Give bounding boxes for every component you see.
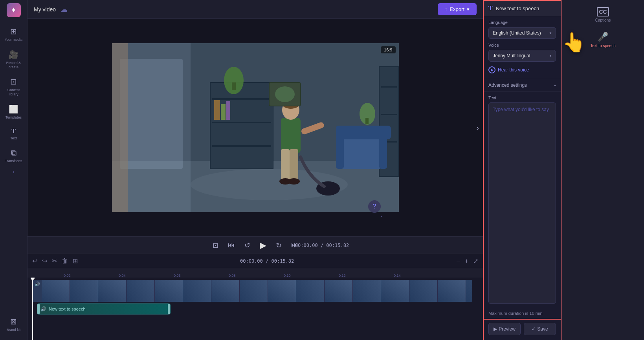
timeline-tracks: 🔊 — [28, 278, 483, 340]
cursor-hand: 👆 — [562, 31, 586, 53]
ruler-mark-10: 0:10 — [284, 274, 291, 278]
expand-sidebar-button[interactable]: › — [11, 168, 16, 176]
svg-rect-21 — [336, 126, 391, 139]
audio-track-handle-right[interactable] — [168, 304, 170, 314]
svg-rect-4 — [212, 98, 271, 100]
collapse-panel-button[interactable]: ˅ — [380, 215, 383, 221]
captions-panel-item[interactable]: CC Captions — [587, 3, 619, 26]
undo-button[interactable]: ↩ — [32, 257, 37, 265]
save-version-button[interactable]: ⊞ — [73, 257, 78, 265]
sidebar-item-label: Record & create — [4, 61, 24, 69]
sidebar-item-text[interactable]: T Text — [2, 124, 26, 144]
save-label: Save — [537, 326, 548, 332]
language-section: Language English (United States) — [484, 16, 561, 43]
sidebar-item-record-create[interactable]: 🎥 Record & create — [2, 47, 26, 73]
content-library-icon: ⊡ — [10, 77, 17, 86]
audio-track-label: New text to speech — [49, 307, 86, 311]
audio-track[interactable]: 🔊 New text to speech — [37, 303, 171, 314]
voice-select-wrapper: Jenny Multilingual — [488, 50, 556, 62]
track-thumb-14 — [409, 280, 438, 302]
svg-rect-23 — [281, 118, 301, 153]
play-button[interactable]: ▶ — [260, 240, 266, 250]
playback-controls: ⊡ ⏮ ↺ ▶ ↻ ⏭ ⛶ 00:00.00 / 00:15.82 — [28, 236, 483, 254]
delete-button[interactable]: 🗑 — [62, 258, 68, 265]
help-button[interactable]: ? — [368, 200, 381, 213]
svg-rect-15 — [232, 82, 236, 90]
sidebar-item-your-media[interactable]: ⊞ Your media — [2, 24, 26, 45]
voice-label: Voice — [488, 43, 556, 48]
timeline-ruler: 0:02 0:04 0:06 0:08 0:10 0:12 0:14 — [28, 268, 483, 278]
app-logo: ✦ — [7, 3, 21, 17]
sidebar-item-transitions[interactable]: ⧉ Transitions — [2, 145, 26, 166]
svg-rect-17 — [365, 118, 369, 124]
svg-rect-5 — [212, 122, 271, 123]
advanced-settings-label: Advanced settings — [488, 82, 527, 88]
sidebar-item-label: Your media — [5, 38, 22, 42]
video-nav-right-button[interactable]: › — [476, 123, 479, 132]
hear-voice-button[interactable]: ▶ Hear this voice — [488, 65, 529, 75]
sidebar-item-label: Brand kit — [7, 328, 21, 332]
preview-button[interactable]: ▶ Preview — [488, 323, 521, 335]
timeline-time-display: 00:00.00 / 00:15.82 — [83, 258, 451, 264]
rewind-button[interactable]: ↺ — [244, 241, 250, 250]
expand-timeline-button[interactable]: ⤢ — [473, 257, 478, 265]
advanced-settings-chevron-icon: ▾ — [554, 83, 556, 88]
brand-kit-icon: ⊠ — [10, 317, 17, 326]
right-panel: CC Captions 🎤 Text to speech 👆 — [561, 0, 644, 340]
track-thumb-3 — [98, 280, 127, 302]
camera-icon-button[interactable]: ⊡ — [213, 241, 218, 250]
zoom-out-button[interactable]: − — [456, 258, 460, 265]
text-icon: T — [11, 128, 16, 135]
tts-header-title: New text to speech — [496, 5, 539, 11]
voice-select[interactable]: Jenny Multilingual — [488, 50, 556, 62]
track-thumb-6 — [183, 280, 211, 302]
track-thumb-13 — [381, 280, 409, 302]
text-label: Text — [488, 95, 556, 100]
your-media-icon: ⊞ — [10, 27, 17, 36]
advanced-settings-row[interactable]: Advanced settings ▾ — [484, 79, 561, 91]
video-track[interactable]: 🔊 — [32, 280, 472, 302]
track-thumb-8 — [240, 280, 268, 302]
captions-label: Captions — [595, 18, 611, 22]
track-thumb-5 — [155, 280, 183, 302]
tts-panel: T New text to speech Language English (U… — [483, 0, 561, 340]
tts-header: T New text to speech — [484, 1, 561, 16]
skip-back-button[interactable]: ⏮ — [228, 241, 235, 249]
sidebar-item-label: Content library — [4, 88, 24, 97]
cloud-save-icon: ☁ — [61, 5, 68, 14]
tts-icon: T — [488, 5, 493, 12]
record-create-icon: 🎥 — [9, 50, 18, 59]
track-thumb-16 — [466, 280, 472, 302]
language-select[interactable]: English (United States) — [488, 27, 556, 39]
audio-track-volume-icon: 🔊 — [40, 306, 46, 312]
sidebar-item-content-library[interactable]: ⊡ Content library — [2, 74, 26, 100]
aspect-ratio-badge: 16:9 — [381, 46, 395, 53]
sidebar: ✦ ⊞ Your media 🎥 Record & create ⊡ Conte… — [0, 0, 28, 340]
track-thumb-10 — [296, 280, 325, 302]
export-label: Export — [450, 6, 464, 12]
tts-text-input[interactable] — [488, 102, 556, 304]
fast-forward-button[interactable]: ↻ — [276, 241, 282, 250]
track-thumb-1 — [42, 280, 70, 302]
audio-track-handle-left[interactable] — [37, 304, 40, 314]
export-button[interactable]: ↑ Export ▾ — [438, 3, 477, 15]
sidebar-item-templates[interactable]: ⬜ Templates — [2, 101, 26, 123]
zoom-in-button[interactable]: + — [465, 258, 468, 265]
save-button[interactable]: ✓ Save — [524, 323, 556, 335]
text-to-speech-panel-item[interactable]: 🎤 Text to speech — [587, 28, 619, 52]
redo-button[interactable]: ↪ — [42, 257, 47, 265]
track-thumb-4 — [127, 280, 155, 302]
playback-time: 00:00.00 / 00:15.82 — [240, 258, 294, 264]
time-display: 00:00.00 / 00:15.82 — [295, 243, 349, 248]
timeline-playhead — [32, 278, 33, 340]
project-title: My video — [34, 6, 56, 13]
captions-icon: CC — [597, 7, 609, 16]
audio-track-wrapper: 🔊 New text to speech — [32, 303, 483, 314]
svg-rect-9 — [226, 101, 230, 120]
language-select-wrapper: English (United States) — [488, 27, 556, 39]
cut-button[interactable]: ✂ — [52, 257, 57, 265]
help-button-container: ? — [368, 200, 381, 213]
sidebar-item-brand-kit[interactable]: ⊠ Brand kit — [2, 314, 26, 335]
export-chevron-icon: ▾ — [467, 6, 470, 12]
voice-section: Voice Jenny Multilingual ▶ Hear this voi… — [484, 43, 561, 79]
